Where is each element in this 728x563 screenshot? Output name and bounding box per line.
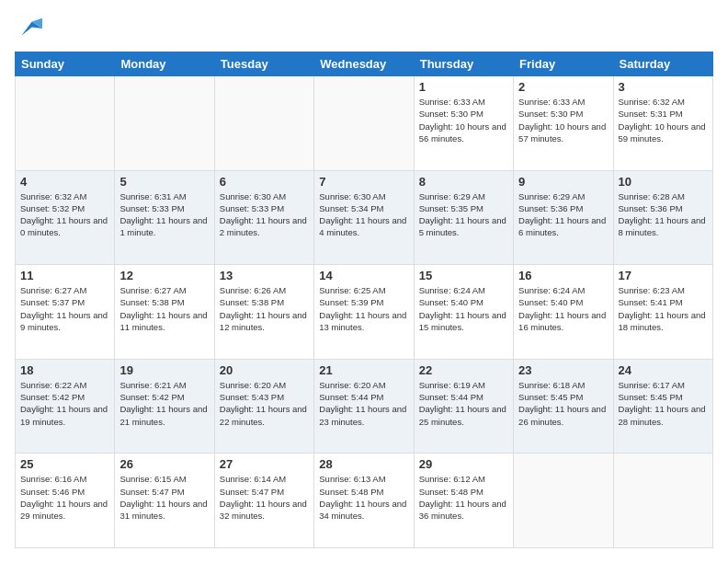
day-of-week-header: Tuesday	[214, 52, 313, 76]
day-number: 22	[419, 363, 508, 377]
calendar-cell: 29Sunrise: 6:12 AMSunset: 5:48 PMDayligh…	[414, 454, 513, 548]
calendar-cell	[115, 76, 214, 171]
day-of-week-header: Friday	[514, 52, 613, 76]
day-number: 5	[119, 175, 209, 189]
day-info: Sunrise: 6:21 AMSunset: 5:42 PMDaylight:…	[119, 379, 209, 428]
day-info: Sunrise: 6:32 AMSunset: 5:31 PMDaylight:…	[619, 96, 708, 144]
calendar-cell: 26Sunrise: 6:15 AMSunset: 5:47 PMDayligh…	[115, 454, 214, 548]
calendar-cell: 5Sunrise: 6:31 AMSunset: 5:33 PMDaylight…	[115, 170, 214, 265]
day-info: Sunrise: 6:32 AMSunset: 5:32 PMDaylight:…	[20, 190, 109, 239]
calendar-cell: 4Sunrise: 6:32 AMSunset: 5:32 PMDaylight…	[16, 170, 115, 265]
calendar-cell: 1Sunrise: 6:33 AMSunset: 5:30 PMDaylight…	[414, 76, 513, 171]
day-number: 23	[518, 363, 608, 377]
day-info: Sunrise: 6:28 AMSunset: 5:36 PMDaylight:…	[619, 190, 708, 239]
day-info: Sunrise: 6:19 AMSunset: 5:44 PMDaylight:…	[419, 379, 508, 428]
calendar-cell: 6Sunrise: 6:30 AMSunset: 5:33 PMDaylight…	[214, 170, 313, 265]
day-info: Sunrise: 6:17 AMSunset: 5:45 PMDaylight:…	[619, 379, 708, 428]
day-info: Sunrise: 6:23 AMSunset: 5:41 PMDaylight:…	[619, 284, 708, 333]
calendar-cell: 21Sunrise: 6:20 AMSunset: 5:44 PMDayligh…	[314, 359, 414, 454]
calendar-cell: 9Sunrise: 6:29 AMSunset: 5:36 PMDaylight…	[514, 170, 613, 265]
day-info: Sunrise: 6:16 AMSunset: 5:46 PMDaylight:…	[20, 473, 109, 522]
day-info: Sunrise: 6:20 AMSunset: 5:43 PMDaylight:…	[220, 379, 309, 428]
day-number: 14	[319, 269, 408, 282]
calendar-cell: 11Sunrise: 6:27 AMSunset: 5:37 PMDayligh…	[16, 265, 115, 360]
day-info: Sunrise: 6:24 AMSunset: 5:40 PMDaylight:…	[419, 284, 508, 333]
calendar-table: SundayMondayTuesdayWednesdayThursdayFrid…	[15, 52, 713, 548]
day-number: 25	[20, 457, 109, 471]
calendar-cell: 14Sunrise: 6:25 AMSunset: 5:39 PMDayligh…	[314, 265, 414, 360]
day-info: Sunrise: 6:29 AMSunset: 5:36 PMDaylight:…	[518, 190, 608, 239]
day-info: Sunrise: 6:26 AMSunset: 5:38 PMDaylight:…	[220, 284, 309, 333]
logo	[15, 15, 46, 42]
day-number: 29	[419, 457, 508, 471]
day-info: Sunrise: 6:30 AMSunset: 5:34 PMDaylight:…	[319, 190, 408, 239]
day-info: Sunrise: 6:27 AMSunset: 5:38 PMDaylight:…	[119, 284, 209, 333]
calendar-cell: 18Sunrise: 6:22 AMSunset: 5:42 PMDayligh…	[16, 359, 115, 454]
day-number: 9	[518, 175, 608, 189]
day-number: 2	[518, 80, 608, 94]
day-number: 12	[119, 269, 209, 282]
day-of-week-header: Monday	[115, 52, 214, 76]
day-of-week-header: Wednesday	[314, 52, 414, 76]
day-number: 1	[419, 80, 508, 94]
day-number: 26	[119, 457, 209, 471]
calendar-cell: 25Sunrise: 6:16 AMSunset: 5:46 PMDayligh…	[16, 454, 115, 548]
calendar-cell	[514, 454, 613, 548]
day-info: Sunrise: 6:33 AMSunset: 5:30 PMDaylight:…	[518, 96, 608, 144]
day-info: Sunrise: 6:31 AMSunset: 5:33 PMDaylight:…	[119, 190, 209, 239]
calendar-cell: 17Sunrise: 6:23 AMSunset: 5:41 PMDayligh…	[613, 265, 712, 360]
day-number: 4	[20, 175, 109, 189]
day-info: Sunrise: 6:22 AMSunset: 5:42 PMDaylight:…	[20, 379, 109, 428]
calendar-cell	[16, 76, 115, 171]
day-number: 6	[220, 175, 309, 189]
logo-bird-icon	[15, 15, 42, 42]
calendar-cell: 19Sunrise: 6:21 AMSunset: 5:42 PMDayligh…	[115, 359, 214, 454]
calendar-cell: 2Sunrise: 6:33 AMSunset: 5:30 PMDaylight…	[514, 76, 613, 171]
calendar-cell	[613, 454, 712, 548]
day-number: 21	[319, 363, 408, 377]
day-number: 20	[220, 363, 309, 377]
day-number: 24	[619, 363, 708, 377]
day-number: 8	[419, 175, 508, 189]
day-of-week-header: Saturday	[613, 52, 712, 76]
calendar-cell: 23Sunrise: 6:18 AMSunset: 5:45 PMDayligh…	[514, 359, 613, 454]
day-number: 18	[20, 363, 109, 377]
day-number: 19	[119, 363, 209, 377]
calendar-cell: 8Sunrise: 6:29 AMSunset: 5:35 PMDaylight…	[414, 170, 513, 265]
calendar-cell: 12Sunrise: 6:27 AMSunset: 5:38 PMDayligh…	[115, 265, 214, 360]
day-of-week-header: Thursday	[414, 52, 513, 76]
calendar-cell: 28Sunrise: 6:13 AMSunset: 5:48 PMDayligh…	[314, 454, 414, 548]
day-info: Sunrise: 6:33 AMSunset: 5:30 PMDaylight:…	[419, 96, 508, 144]
calendar-cell: 27Sunrise: 6:14 AMSunset: 5:47 PMDayligh…	[214, 454, 313, 548]
day-number: 17	[619, 269, 708, 282]
header	[15, 15, 713, 42]
calendar-cell: 10Sunrise: 6:28 AMSunset: 5:36 PMDayligh…	[613, 170, 712, 265]
calendar-cell: 16Sunrise: 6:24 AMSunset: 5:40 PMDayligh…	[514, 265, 613, 360]
day-info: Sunrise: 6:30 AMSunset: 5:33 PMDaylight:…	[220, 190, 309, 239]
day-number: 10	[619, 175, 708, 189]
day-number: 16	[518, 269, 608, 282]
calendar-cell: 15Sunrise: 6:24 AMSunset: 5:40 PMDayligh…	[414, 265, 513, 360]
day-number: 13	[220, 269, 309, 282]
day-number: 7	[319, 175, 408, 189]
calendar-cell	[314, 76, 414, 171]
day-number: 3	[619, 80, 708, 94]
day-info: Sunrise: 6:27 AMSunset: 5:37 PMDaylight:…	[20, 284, 109, 333]
day-info: Sunrise: 6:25 AMSunset: 5:39 PMDaylight:…	[319, 284, 408, 333]
day-info: Sunrise: 6:13 AMSunset: 5:48 PMDaylight:…	[319, 473, 408, 522]
day-number: 27	[220, 457, 309, 471]
calendar-cell: 7Sunrise: 6:30 AMSunset: 5:34 PMDaylight…	[314, 170, 414, 265]
calendar-cell: 24Sunrise: 6:17 AMSunset: 5:45 PMDayligh…	[613, 359, 712, 454]
day-info: Sunrise: 6:29 AMSunset: 5:35 PMDaylight:…	[419, 190, 508, 239]
day-info: Sunrise: 6:14 AMSunset: 5:47 PMDaylight:…	[220, 473, 309, 522]
calendar-cell: 22Sunrise: 6:19 AMSunset: 5:44 PMDayligh…	[414, 359, 513, 454]
day-number: 28	[319, 457, 408, 471]
day-of-week-header: Sunday	[16, 52, 115, 76]
day-number: 11	[20, 269, 109, 282]
day-info: Sunrise: 6:20 AMSunset: 5:44 PMDaylight:…	[319, 379, 408, 428]
page: SundayMondayTuesdayWednesdayThursdayFrid…	[0, 0, 728, 563]
day-info: Sunrise: 6:18 AMSunset: 5:45 PMDaylight:…	[518, 379, 608, 428]
calendar-cell	[214, 76, 313, 171]
day-info: Sunrise: 6:12 AMSunset: 5:48 PMDaylight:…	[419, 473, 508, 522]
day-info: Sunrise: 6:15 AMSunset: 5:47 PMDaylight:…	[119, 473, 209, 522]
